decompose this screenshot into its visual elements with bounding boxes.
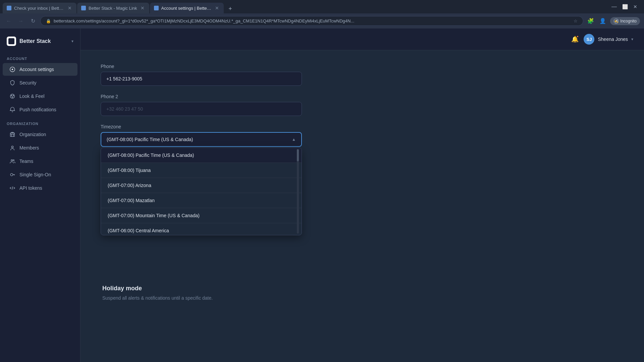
sidebar-label-security: Security xyxy=(19,80,37,85)
tab-favicon-3 xyxy=(154,6,159,10)
app-body: Better Stack ▾ ACCOUNT Account settings … xyxy=(0,28,644,362)
sidebar-item-organization[interactable]: Organization xyxy=(3,128,77,141)
svg-point-8 xyxy=(11,160,13,161)
settings-circle-icon xyxy=(9,66,15,72)
timezone-options-list: (GMT-08:00) Pacific Time (US & Canada) (… xyxy=(101,148,302,235)
ssl-lock-icon: 🔒 xyxy=(46,19,51,23)
timezone-dropdown: (GMT-08:00) Pacific Time (US & Canada) (… xyxy=(101,147,302,235)
address-bar: ← → ↻ 🔒 betterstack.com/settings/account… xyxy=(0,13,644,28)
holiday-mode-desc: Suspend all alerts & notifications until… xyxy=(102,295,213,302)
refresh-button[interactable]: ↻ xyxy=(28,16,38,26)
sidebar-label-api-tokens: API tokens xyxy=(19,185,42,191)
sidebar-label-push-notifications: Push notifications xyxy=(19,107,56,112)
shield-icon xyxy=(9,80,15,86)
notifications-bell[interactable]: 🔔 xyxy=(569,33,581,45)
logo-text: Better Stack xyxy=(19,38,51,44)
avatar: SJ xyxy=(584,34,594,45)
sidebar-item-security[interactable]: Security xyxy=(3,76,77,89)
app-topbar: 🔔 SJ Sheena Jones ▾ xyxy=(80,28,644,50)
phone-label: Phone xyxy=(101,64,302,69)
svg-rect-6 xyxy=(10,133,15,137)
sidebar-item-members[interactable]: Members xyxy=(3,141,77,154)
window-minimize[interactable]: — xyxy=(611,4,617,10)
sidebar-item-teams[interactable]: Teams xyxy=(3,155,77,168)
timezone-label: Timezone xyxy=(101,124,302,129)
people-icon xyxy=(9,158,15,164)
tab-title-3: Account settings | Better Stack xyxy=(161,6,212,11)
tab-2[interactable]: Better Stack - Magic Link ✕ xyxy=(77,3,149,13)
timezone-option-1[interactable]: (GMT-08:00) Tijuana xyxy=(101,163,302,178)
sidebar-item-api-tokens[interactable]: API tokens xyxy=(3,182,77,194)
svg-point-7 xyxy=(11,146,13,148)
incognito-badge: 🕵 Incognito xyxy=(610,17,640,25)
sidebar-label-members: Members xyxy=(19,145,39,150)
phone-input[interactable] xyxy=(101,72,302,86)
incognito-icon: 🕵 xyxy=(613,18,619,24)
timezone-chevron-icon: ▲ xyxy=(292,137,296,142)
extensions-button[interactable]: 🧩 xyxy=(586,16,595,26)
phone2-input[interactable] xyxy=(101,102,302,116)
phone2-group: Phone 2 xyxy=(101,94,302,116)
svg-point-4 xyxy=(13,95,14,96)
main-content: Phone Phone 2 Timezone (GMT-08:00) Pacif… xyxy=(80,50,644,362)
tab-3[interactable]: Account settings | Better Stack ✕ xyxy=(150,3,224,13)
key-icon xyxy=(9,172,15,178)
sidebar: Better Stack ▾ ACCOUNT Account settings … xyxy=(0,28,80,362)
logo-chevron-icon: ▾ xyxy=(71,39,73,44)
sidebar-label-look-feel: Look & Feel xyxy=(19,94,45,99)
code-icon xyxy=(9,185,15,191)
svg-point-5 xyxy=(12,97,13,98)
sidebar-label-single-sign-on: Single Sign-On xyxy=(19,172,51,177)
timezone-option-3[interactable]: (GMT-07:00) Mazatlan xyxy=(101,193,302,208)
new-tab-button[interactable]: + xyxy=(226,4,235,13)
timezone-selected-value: (GMT-08:00) Pacific Time (US & Canada) xyxy=(107,137,193,142)
tab-close-2[interactable]: ✕ xyxy=(140,5,145,11)
svg-line-11 xyxy=(12,187,13,190)
sidebar-item-account-settings[interactable]: Account settings xyxy=(3,63,77,76)
tab-favicon-1 xyxy=(7,6,11,10)
settings-form: Phone Phone 2 Timezone (GMT-08:00) Pacif… xyxy=(101,64,302,147)
profile-button[interactable]: 👤 xyxy=(598,16,607,26)
svg-point-9 xyxy=(13,160,14,161)
incognito-label: Incognito xyxy=(620,19,637,23)
phone-group: Phone xyxy=(101,64,302,86)
tab-favicon-2 xyxy=(81,6,86,10)
browser-chrome: Check your inbox | Better Stack ✕ Better… xyxy=(0,0,644,28)
person-icon xyxy=(9,145,15,151)
tab-close-1[interactable]: ✕ xyxy=(67,5,72,11)
phone2-label: Phone 2 xyxy=(101,94,302,99)
timezone-select[interactable]: (GMT-08:00) Pacific Time (US & Canada) ▲ xyxy=(101,132,302,147)
window-maximize[interactable]: ⬜ xyxy=(622,4,628,9)
sidebar-item-single-sign-on[interactable]: Single Sign-On xyxy=(3,168,77,181)
sidebar-item-look-feel[interactable]: Look & Feel xyxy=(3,90,77,103)
timezone-option-2[interactable]: (GMT-07:00) Arizona xyxy=(101,178,302,193)
timezone-option-4[interactable]: (GMT-07:00) Mountain Time (US & Canada) xyxy=(101,208,302,223)
timezone-option-5[interactable]: (GMT-06:00) Central America xyxy=(101,223,302,235)
timezone-wrapper: (GMT-08:00) Pacific Time (US & Canada) ▲… xyxy=(101,132,302,147)
sidebar-label-teams: Teams xyxy=(19,159,33,164)
user-menu[interactable]: SJ Sheena Jones ▾ xyxy=(581,33,636,46)
bookmark-icon[interactable]: ☆ xyxy=(574,18,578,23)
timezone-option-0[interactable]: (GMT-08:00) Pacific Time (US & Canada) xyxy=(101,148,302,163)
window-close[interactable]: ✕ xyxy=(633,4,637,9)
browser-actions: 🧩 👤 🕵 Incognito xyxy=(586,16,640,26)
back-button[interactable]: ← xyxy=(4,16,13,26)
svg-point-3 xyxy=(11,95,12,96)
notification-dot xyxy=(576,35,579,38)
sidebar-logo[interactable]: Better Stack ▾ xyxy=(0,31,80,51)
organization-section-label: ORGANIZATION xyxy=(0,116,80,128)
logo-icon-inner xyxy=(8,38,14,44)
building-icon xyxy=(9,131,15,137)
sidebar-label-account-settings: Account settings xyxy=(19,67,54,72)
holiday-mode-title: Holiday mode xyxy=(102,285,213,292)
url-bar[interactable]: 🔒 betterstack.com/settings/account?_gl=1… xyxy=(40,16,583,26)
palette-icon xyxy=(9,93,15,99)
forward-button[interactable]: → xyxy=(16,16,25,26)
tab-close-3[interactable]: ✕ xyxy=(214,5,220,11)
user-menu-chevron-icon: ▾ xyxy=(631,37,633,42)
timezone-group: Timezone (GMT-08:00) Pacific Time (US & … xyxy=(101,124,302,147)
sidebar-item-push-notifications[interactable]: Push notifications xyxy=(3,103,77,116)
bell-icon xyxy=(9,107,15,113)
tab-1[interactable]: Check your inbox | Better Stack ✕ xyxy=(3,3,76,13)
holiday-mode-section: Holiday mode Suspend all alerts & notifi… xyxy=(102,285,213,302)
